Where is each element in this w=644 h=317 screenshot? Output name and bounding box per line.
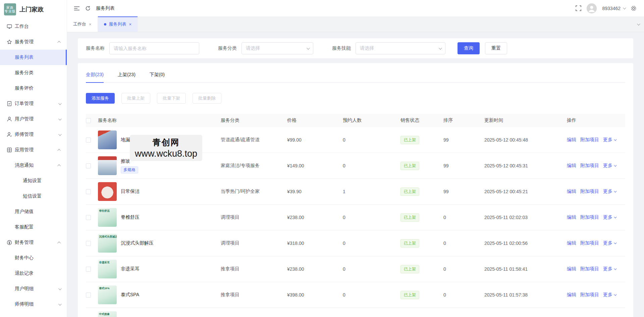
row-checkbox[interactable] — [86, 293, 91, 298]
nav-tab-label: 工作台 — [73, 21, 86, 27]
status-tab-2[interactable]: 下架(0) — [150, 72, 165, 83]
addon-items-link[interactable]: 附加项目 — [580, 214, 599, 220]
gear-icon[interactable] — [631, 5, 637, 11]
batch-on-shelf-button[interactable]: 批量上架 — [121, 93, 150, 104]
more-link[interactable]: 更多 — [603, 292, 616, 298]
sort-value: 99 — [443, 137, 449, 143]
addon-items-link[interactable]: 附加项目 — [580, 137, 599, 143]
service-list-card: 全部(23)上架(23)下架(0) 添加服务 批量上架 批量下架 批量删除 服务… — [78, 63, 633, 317]
more-link[interactable]: 更多 — [603, 266, 616, 272]
column-header-4: 销售状态 — [400, 117, 443, 123]
service-category-label: 服务分类 — [218, 45, 237, 51]
user-menu[interactable]: 8933462 — [602, 6, 625, 11]
more-link[interactable]: 更多 — [603, 189, 616, 195]
service-thumbnail: 沉浸式头部减压 — [98, 234, 117, 253]
batch-off-shelf-button[interactable]: 批量下架 — [157, 93, 186, 104]
more-link[interactable]: 更多 — [603, 240, 616, 246]
chevron-down-icon — [614, 138, 616, 141]
status-tab-0[interactable]: 全部(23) — [86, 72, 104, 83]
sidebar-item-10[interactable]: 通知设置 — [0, 173, 67, 189]
service-name-input[interactable] — [109, 42, 199, 54]
sidebar-item-6[interactable]: 用户管理 — [0, 111, 67, 127]
chevron-down-icon — [58, 102, 62, 105]
sidebar-item-11[interactable]: 短信设置 — [0, 189, 67, 204]
logo-badge: 家政 专业版 — [4, 3, 16, 15]
more-link[interactable]: 更多 — [603, 214, 616, 220]
edit-link[interactable]: 编辑 — [567, 163, 576, 169]
edit-link[interactable]: 编辑 — [567, 137, 576, 143]
updated-time: 2025-05-11 02:00:56 — [484, 241, 528, 246]
addon-items-link[interactable]: 附加项目 — [580, 240, 599, 246]
edit-link[interactable]: 编辑 — [567, 240, 576, 246]
updated-time: 2025-05-12 00:45:48 — [484, 137, 528, 143]
fullscreen-icon[interactable] — [576, 5, 581, 11]
column-header-1: 服务分类 — [221, 117, 287, 123]
table-header: 服务名称服务分类价格预约人数销售状态排序更新时间操作 — [86, 114, 625, 127]
sidebar-item-18[interactable]: 师傅明细 — [0, 297, 67, 312]
service-price: ¥318.00 — [287, 241, 304, 246]
sidebar-item-19[interactable]: 装修管理 — [0, 312, 67, 317]
close-icon[interactable]: × — [89, 22, 92, 27]
sidebar-item-16[interactable]: 退款记录 — [0, 266, 67, 281]
collapse-menu-icon[interactable] — [74, 6, 80, 11]
add-service-button[interactable]: 添加服务 — [86, 93, 115, 104]
select-all-checkbox[interactable] — [86, 118, 91, 123]
more-link[interactable]: 更多 — [603, 163, 616, 169]
booking-count: 0 — [343, 137, 345, 143]
row-checkbox[interactable] — [86, 163, 91, 168]
refresh-icon[interactable] — [85, 6, 91, 11]
search-button[interactable]: 查询 — [458, 42, 480, 54]
sort-value: 0 — [443, 241, 446, 246]
row-checkbox[interactable] — [86, 241, 91, 246]
chevron-down-icon — [614, 190, 616, 192]
booking-count: 0 — [343, 266, 345, 272]
thumbnail-label: 脊柱舒压 — [99, 209, 110, 213]
sidebar-item-8[interactable]: 应用管理 — [0, 142, 67, 158]
service-category: 管道疏通/疏通管道 — [221, 137, 260, 143]
sidebar-item-15[interactable]: 财务中心 — [0, 250, 67, 266]
status-badge: 已上架 — [400, 265, 419, 273]
row-checkbox[interactable] — [86, 138, 91, 143]
sidebar-item-5[interactable]: 订单管理 — [0, 96, 67, 111]
sidebar-item-9[interactable]: 消息通知 — [0, 158, 67, 173]
sidebar-item-12[interactable]: 用户储值 — [0, 204, 67, 219]
content: 服务名称 服务分类 请选择 服务技能 请选择 查询 重置 全部(23)上架(23… — [67, 32, 644, 317]
sidebar-item-1[interactable]: 服务管理 — [0, 34, 67, 50]
row-checkbox[interactable] — [86, 215, 91, 220]
more-link[interactable]: 更多 — [603, 137, 616, 143]
sidebar-item-7[interactable]: 师傅管理 — [0, 127, 67, 142]
breadcrumb: 服务列表 — [96, 5, 115, 11]
edit-link[interactable]: 编辑 — [567, 189, 576, 195]
status-tab-1[interactable]: 上架(23) — [118, 72, 136, 83]
batch-delete-button[interactable]: 批量删除 — [193, 93, 221, 104]
avatar[interactable] — [587, 3, 597, 13]
sidebar-item-14[interactable]: 财务管理 — [0, 235, 67, 250]
nav-tab-0[interactable]: 工作台× — [67, 16, 98, 32]
sidebar-item-13[interactable]: 客服配置 — [0, 219, 67, 235]
sidebar-item-3[interactable]: 服务分类 — [0, 65, 67, 81]
tabs-overflow-chevron-icon[interactable] — [637, 16, 639, 32]
edit-link[interactable]: 编辑 — [567, 214, 576, 220]
sidebar-item-2[interactable]: 服务列表 — [0, 50, 67, 65]
service-skill-select[interactable]: 请选择 — [356, 42, 445, 54]
addon-items-link[interactable]: 附加项目 — [580, 163, 599, 169]
row-checkbox[interactable] — [86, 267, 91, 272]
service-thumbnail — [98, 156, 117, 175]
addon-items-link[interactable]: 附加项目 — [580, 189, 599, 195]
chevron-up-icon — [57, 149, 61, 152]
service-name: 沉浸式头部解压 — [121, 240, 154, 246]
edit-link[interactable]: 编辑 — [567, 292, 576, 298]
service-category-select[interactable]: 请选择 — [241, 42, 313, 54]
addon-items-link[interactable]: 附加项目 — [580, 266, 599, 272]
nav-tab-1[interactable]: 服务列表× — [98, 16, 138, 32]
row-checkbox[interactable] — [86, 189, 91, 194]
column-header-5: 排序 — [443, 117, 484, 123]
sidebar-item-17[interactable]: 用户明细 — [0, 281, 67, 297]
sidebar-item-0[interactable]: 工作台 — [0, 19, 67, 34]
close-icon[interactable]: × — [129, 22, 132, 27]
edit-link[interactable]: 编辑 — [567, 266, 576, 272]
sidebar-item-4[interactable]: 服务评价 — [0, 81, 67, 96]
sidebar: 家政 专业版 上门家政 工作台服务管理服务列表服务分类服务评价订单管理用户管理师… — [0, 0, 67, 317]
addon-items-link[interactable]: 附加项目 — [580, 292, 599, 298]
reset-button[interactable]: 重置 — [485, 42, 507, 54]
